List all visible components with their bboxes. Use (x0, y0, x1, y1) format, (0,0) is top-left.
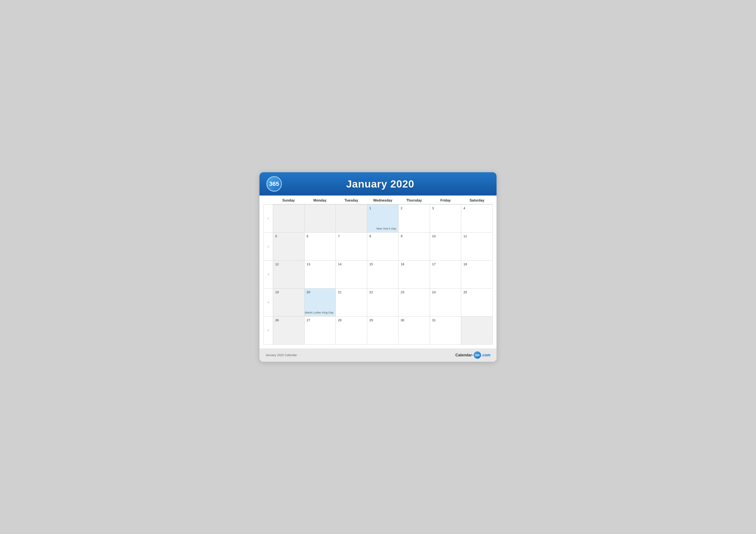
calendar-cell[interactable]: 15 (367, 261, 399, 289)
date-number: 3 (432, 206, 459, 210)
date-number: 26 (275, 318, 302, 322)
date-number: 17 (432, 262, 459, 266)
day-header-wednesday: Wednesday (367, 195, 398, 204)
date-number: 21 (338, 290, 365, 294)
calendar-cell[interactable]: 5 (273, 233, 305, 261)
calendar-cell[interactable]: 2 (398, 205, 430, 233)
calendar-cell[interactable]: 17 (430, 261, 461, 289)
calendar-cell[interactable]: 21 (336, 289, 367, 317)
calendar-cell[interactable]: 25 (461, 289, 493, 317)
calendar-cell[interactable]: 12 (273, 261, 305, 289)
calendar-cell[interactable]: 20Martin Luther King Day (305, 289, 336, 317)
holiday-label: New Year's Day (376, 227, 396, 230)
calendar-cell[interactable]: 1New Year's Day (367, 205, 399, 233)
date-number: 7 (338, 234, 365, 238)
day-header-friday: Friday (430, 195, 461, 204)
date-number: 22 (369, 290, 396, 294)
date-number: 9 (401, 234, 428, 238)
calendar-body: Sunday Monday Tuesday Wednesday Thursday… (259, 195, 497, 348)
calendar-cell[interactable]: 29 (367, 317, 399, 344)
calendar-cell[interactable]: 7 (336, 233, 367, 261)
calendar-cell[interactable] (336, 205, 367, 233)
footer-label: January 2020 Calendar (265, 353, 297, 357)
calendar-cell[interactable]: 30 (398, 317, 430, 344)
holiday-label: Martin Luther King Day (305, 311, 334, 314)
date-number: 31 (432, 318, 459, 322)
logo-badge: 365 (266, 176, 282, 191)
calendar-cell[interactable]: 19 (273, 289, 305, 317)
date-number: 8 (369, 234, 396, 238)
footer-calendar-text: Calendar- (455, 353, 473, 357)
calendar-cell[interactable]: 16 (398, 261, 430, 289)
calendar-cell[interactable]: 22 (367, 289, 399, 317)
date-number: 6 (307, 234, 334, 238)
calendar-cell[interactable]: 4 (461, 205, 493, 233)
date-number: 12 (275, 262, 302, 266)
calendar-footer: January 2020 Calendar Calendar- 365 .com (259, 348, 497, 362)
day-header-thursday: Thursday (398, 195, 430, 204)
days-header: Sunday Monday Tuesday Wednesday Thursday… (273, 195, 493, 204)
footer-logo-num: 365 (475, 354, 480, 357)
date-number: 2 (401, 206, 428, 210)
calendar-cell[interactable]: 26 (273, 317, 305, 344)
week-number-2: 2 (263, 233, 273, 261)
week-number-1: 1 (263, 205, 273, 233)
day-header-saturday: Saturday (461, 195, 493, 204)
calendar-cell[interactable]: 11 (461, 233, 493, 261)
footer-com-text: .com (481, 353, 491, 357)
calendar-cell[interactable]: 8 (367, 233, 399, 261)
date-number: 11 (463, 234, 490, 238)
calendar-header: 365 January 2020 (259, 172, 497, 195)
date-number: 24 (432, 290, 459, 294)
calendar-cell[interactable]: 13 (305, 261, 336, 289)
date-number: 29 (369, 318, 396, 322)
footer-logo-circle: 365 (474, 351, 481, 359)
week-number-5: 5 (263, 317, 273, 344)
date-number: 19 (275, 290, 302, 294)
calendar-cell[interactable]: 28 (336, 317, 367, 344)
date-number: 25 (463, 290, 490, 294)
date-number: 30 (401, 318, 428, 322)
date-number: 28 (338, 318, 365, 322)
calendar-cell[interactable]: 27 (305, 317, 336, 344)
date-number: 27 (307, 318, 334, 322)
date-number: 15 (369, 262, 396, 266)
calendar-title: January 2020 (286, 178, 490, 190)
calendar-container: 365 January 2020 Sunday Monday Tuesday W… (259, 172, 497, 362)
footer-brand: Calendar- 365 .com (455, 351, 491, 359)
logo-text: 365 (269, 180, 279, 187)
date-number: 23 (401, 290, 428, 294)
week-number-3: 3 (263, 261, 273, 289)
calendar-grid: 11New Year's Day234256789101131213141516… (263, 204, 493, 344)
day-header-monday: Monday (304, 195, 336, 204)
date-number: 4 (463, 206, 490, 210)
calendar-cell[interactable] (305, 205, 336, 233)
date-number: 16 (401, 262, 428, 266)
date-number: 20 (307, 290, 334, 294)
calendar-cell[interactable]: 18 (461, 261, 493, 289)
calendar-cell[interactable]: 23 (398, 289, 430, 317)
calendar-cell[interactable]: 10 (430, 233, 461, 261)
calendar-cell[interactable]: 24 (430, 289, 461, 317)
calendar-cell[interactable]: 14 (336, 261, 367, 289)
date-number: 18 (463, 262, 490, 266)
calendar-cell[interactable]: 6 (305, 233, 336, 261)
date-number: 1 (369, 206, 396, 210)
week-number-4: 4 (263, 289, 273, 317)
calendar-cell[interactable]: 9 (398, 233, 430, 261)
date-number: 14 (338, 262, 365, 266)
date-number: 13 (307, 262, 334, 266)
calendar-cell[interactable]: 31 (430, 317, 461, 344)
day-header-tuesday: Tuesday (336, 195, 367, 204)
calendar-cell[interactable] (273, 205, 305, 233)
date-number: 5 (275, 234, 302, 238)
calendar-cell[interactable] (461, 317, 493, 344)
day-header-sunday: Sunday (273, 195, 304, 204)
date-number: 10 (432, 234, 459, 238)
calendar-cell[interactable]: 3 (430, 205, 461, 233)
